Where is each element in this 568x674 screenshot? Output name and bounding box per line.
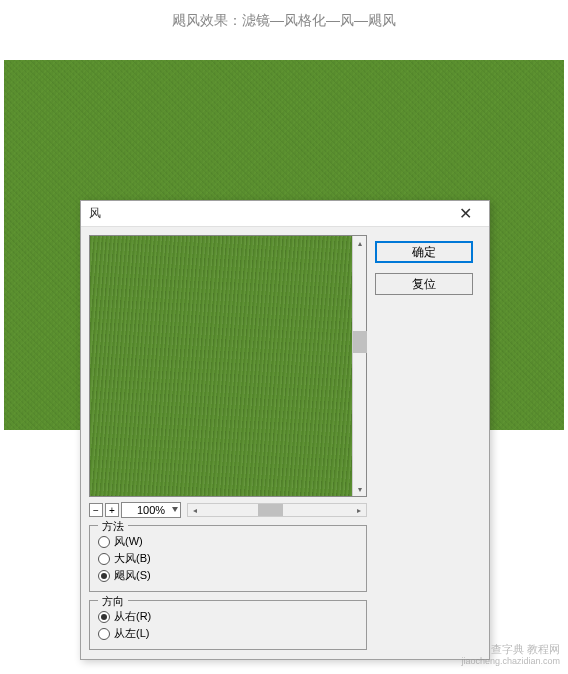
zoom-level-select[interactable]: 100%	[121, 502, 181, 518]
radio-method-bigwind[interactable]: 大风(B)	[98, 551, 358, 566]
direction-fieldset: 方向 从右(R) 从左(L)	[89, 600, 367, 650]
preview-image	[90, 236, 352, 496]
instruction-text: 飓风效果：滤镜—风格化—风—飓风	[0, 0, 568, 50]
horizontal-scroll-thumb[interactable]	[258, 504, 283, 516]
radio-label: 从右(R)	[114, 609, 151, 624]
wind-filter-dialog: 风 ✕ ▴ ▾ − + 100% ◂	[80, 200, 490, 660]
scroll-down-icon[interactable]: ▾	[353, 482, 367, 496]
radio-label: 飓风(S)	[114, 568, 151, 583]
radio-label: 大风(B)	[114, 551, 151, 566]
dialog-title: 风	[89, 205, 101, 222]
dialog-buttons: 确定 复位	[375, 235, 473, 519]
radio-icon-checked	[98, 611, 110, 623]
ok-button[interactable]: 确定	[375, 241, 473, 263]
radio-icon	[98, 553, 110, 565]
preview-box: ▴ ▾	[89, 235, 367, 497]
close-button[interactable]: ✕	[445, 202, 485, 226]
dialog-body: ▴ ▾ − + 100% ◂ ▸ 确定 复位	[81, 227, 489, 527]
zoom-out-button[interactable]: −	[89, 503, 103, 517]
radio-label: 风(W)	[114, 534, 143, 549]
reset-button[interactable]: 复位	[375, 273, 473, 295]
scroll-up-icon[interactable]: ▴	[353, 236, 367, 250]
radio-method-hurricane[interactable]: 飓风(S)	[98, 568, 358, 583]
radio-icon	[98, 536, 110, 548]
method-fieldset: 方法 风(W) 大风(B) 飓风(S)	[89, 525, 367, 592]
radio-label: 从左(L)	[114, 626, 149, 641]
option-groups: 方法 风(W) 大风(B) 飓风(S) 方向 从右(R) 从左(L)	[89, 525, 367, 658]
vertical-scroll-thumb[interactable]	[353, 331, 367, 353]
close-icon: ✕	[459, 204, 472, 223]
radio-direction-left[interactable]: 从左(L)	[98, 626, 358, 641]
scroll-right-icon[interactable]: ▸	[352, 504, 366, 516]
scroll-left-icon[interactable]: ◂	[188, 504, 202, 516]
dialog-titlebar: 风 ✕	[81, 201, 489, 227]
preview-area: ▴ ▾ − + 100% ◂ ▸	[89, 235, 367, 519]
horizontal-scrollbar[interactable]: ◂ ▸	[187, 503, 367, 517]
vertical-scrollbar[interactable]: ▴ ▾	[352, 236, 366, 496]
radio-direction-right[interactable]: 从右(R)	[98, 609, 358, 624]
zoom-in-button[interactable]: +	[105, 503, 119, 517]
radio-icon	[98, 628, 110, 640]
zoom-level-value: 100%	[137, 504, 165, 516]
direction-legend: 方向	[98, 594, 128, 609]
radio-method-wind[interactable]: 风(W)	[98, 534, 358, 549]
radio-icon-checked	[98, 570, 110, 582]
zoom-controls: − + 100% ◂ ▸	[89, 501, 367, 519]
method-legend: 方法	[98, 519, 128, 534]
